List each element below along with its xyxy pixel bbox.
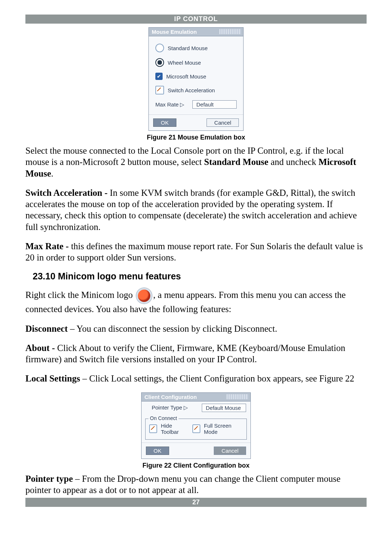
paragraph-select-mouse: Select the mouse connected to the Local …	[25, 145, 367, 179]
max-rate-row: Max Rate ▷ Default	[155, 97, 237, 110]
section-heading: 23.10 Minicom logo menu features	[33, 271, 367, 282]
option-label: Full Screen Mode	[204, 423, 243, 435]
option-label: Switch Acceleration	[168, 87, 215, 93]
ok-button[interactable]: OK	[146, 447, 169, 455]
header-title: IP CONTROL	[174, 15, 218, 23]
dialog-title: Mouse Emulation	[149, 28, 243, 36]
dialog-title-text: Mouse Emulation	[152, 29, 197, 35]
paragraph-pointer-type: Pointer type – From the Drop-down menu y…	[25, 473, 367, 496]
ok-button[interactable]: OK	[153, 118, 176, 127]
client-configuration-dialog: Client Configuration Pointer Type ▷ Defa…	[141, 392, 251, 459]
option-switch-acceleration[interactable]: Switch Acceleration	[155, 83, 237, 97]
paragraph-disconnect: Disconnect – You can disconnect the sess…	[25, 323, 367, 334]
check-icon	[155, 86, 164, 94]
option-wheel-mouse[interactable]: Wheel Mouse	[155, 55, 237, 70]
header-bar: IP CONTROL	[25, 15, 367, 24]
figure-21-caption: Figure 21 Mouse Emulation box	[25, 134, 367, 141]
option-label: Standard Mouse	[168, 45, 208, 51]
check-icon	[192, 424, 200, 433]
mouse-emulation-dialog: Mouse Emulation Standard Mouse Wheel Mou…	[148, 27, 244, 131]
on-connect-legend: On Connect	[148, 415, 179, 421]
option-label: Hide Toolbar	[161, 423, 188, 435]
check-icon: ✔	[155, 73, 163, 80]
paragraph-about: About - Click About to verify the Client…	[25, 342, 367, 365]
max-rate-dropdown[interactable]: Default	[192, 100, 237, 109]
check-icon	[149, 424, 157, 433]
dialog-title-text: Client Configuration	[144, 394, 197, 400]
option-hide-toolbar[interactable]: Hide Toolbar	[149, 423, 189, 435]
minicom-logo-icon	[136, 288, 152, 303]
figure-22-caption: Figure 22 Client Configuration box	[25, 462, 367, 469]
page-number: 27	[192, 499, 200, 506]
paragraph-right-click-logo: Right click the Minicom logo , a menu ap…	[25, 288, 367, 315]
pointer-type-label: Pointer Type ▷	[152, 404, 188, 411]
paragraph-max-rate: Max Rate - this defines the maximum mous…	[25, 241, 367, 263]
option-microsoft-mouse[interactable]: ✔ Microsoft Mouse	[155, 70, 237, 83]
radio-icon	[155, 58, 164, 67]
option-label: Wheel Mouse	[168, 60, 201, 66]
dialog-title: Client Configuration	[142, 393, 250, 401]
cancel-button[interactable]: Cancel	[207, 118, 239, 127]
radio-icon	[155, 44, 164, 52]
cancel-button[interactable]: Cancel	[214, 447, 246, 455]
pointer-type-row: Pointer Type ▷ Default Mouse	[142, 401, 250, 416]
option-full-screen-mode[interactable]: Full Screen Mode	[192, 423, 243, 435]
paragraph-switch-acceleration: Switch Acceleration - In some KVM switch…	[25, 187, 367, 233]
option-label: Microsoft Mouse	[166, 73, 206, 80]
option-standard-mouse[interactable]: Standard Mouse	[155, 41, 237, 55]
paragraph-local-settings: Local Settings – Click Local settings, t…	[25, 373, 367, 384]
pointer-type-dropdown[interactable]: Default Mouse	[202, 404, 246, 412]
max-rate-label: Max Rate ▷	[155, 101, 184, 108]
footer-bar: 27	[25, 498, 367, 507]
on-connect-fieldset: On Connect Hide Toolbar Full Screen Mode	[145, 419, 247, 440]
